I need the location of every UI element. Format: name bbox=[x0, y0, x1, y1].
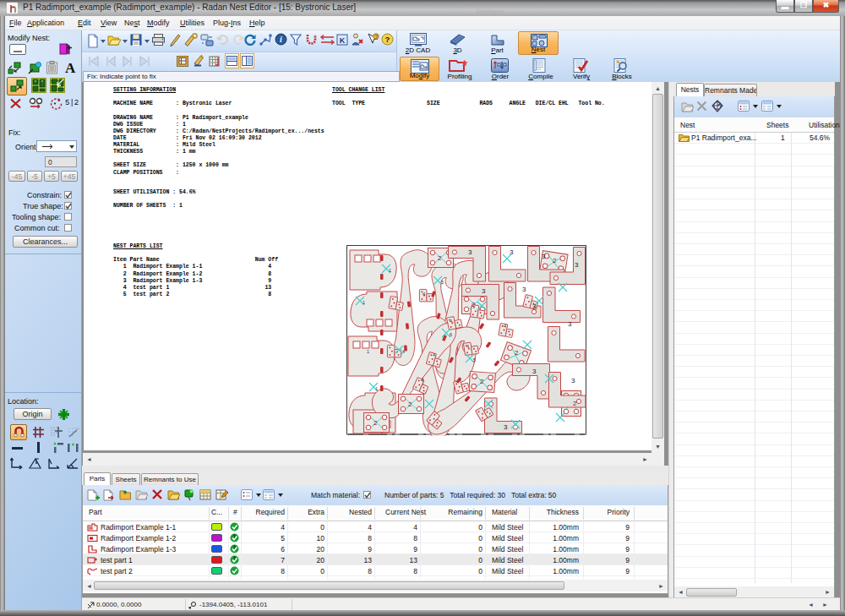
svg-text:4: 4 bbox=[422, 292, 425, 297]
svg-text:4: 4 bbox=[466, 344, 469, 349]
svg-text:1: 1 bbox=[375, 386, 378, 391]
svg-text:2: 2 bbox=[472, 301, 476, 308]
svg-text:5: 5 bbox=[473, 357, 476, 363]
svg-text:2: 2 bbox=[515, 349, 519, 357]
svg-text:3: 3 bbox=[571, 377, 575, 384]
svg-text:1: 1 bbox=[363, 300, 365, 305]
svg-text:2: 2 bbox=[408, 401, 412, 408]
svg-text:3: 3 bbox=[575, 261, 579, 269]
svg-text:4: 4 bbox=[402, 349, 405, 354]
svg-text:3: 3 bbox=[532, 368, 537, 375]
svg-text:i: i bbox=[280, 35, 282, 44]
svg-text:2: 2 bbox=[573, 400, 577, 407]
svg-text:4: 4 bbox=[450, 319, 452, 324]
svg-text:4: 4 bbox=[421, 378, 423, 383]
svg-text:2: 2 bbox=[553, 257, 557, 264]
svg-text:3: 3 bbox=[532, 303, 537, 310]
svg-text:3: 3 bbox=[522, 286, 526, 293]
svg-text:1: 1 bbox=[389, 268, 391, 273]
svg-text:4: 4 bbox=[433, 352, 435, 357]
svg-text:3: 3 bbox=[482, 287, 486, 295]
svg-text:K: K bbox=[340, 36, 346, 45]
svg-text:1: 1 bbox=[367, 349, 369, 354]
svg-text:3: 3 bbox=[568, 320, 572, 328]
svg-text:3: 3 bbox=[542, 253, 546, 260]
svg-text:?: ? bbox=[374, 34, 378, 40]
svg-text:2: 2 bbox=[373, 419, 378, 427]
svg-text:?: ? bbox=[385, 35, 390, 44]
svg-text:2: 2 bbox=[480, 378, 484, 385]
svg-text:3: 3 bbox=[468, 248, 472, 256]
svg-text:3: 3 bbox=[510, 248, 514, 256]
svg-text:3: 3 bbox=[504, 423, 508, 431]
svg-text:2: 2 bbox=[438, 254, 442, 262]
svg-text:5: 5 bbox=[441, 280, 444, 285]
svg-text:4: 4 bbox=[504, 324, 506, 329]
svg-text:6: 6 bbox=[450, 332, 452, 337]
